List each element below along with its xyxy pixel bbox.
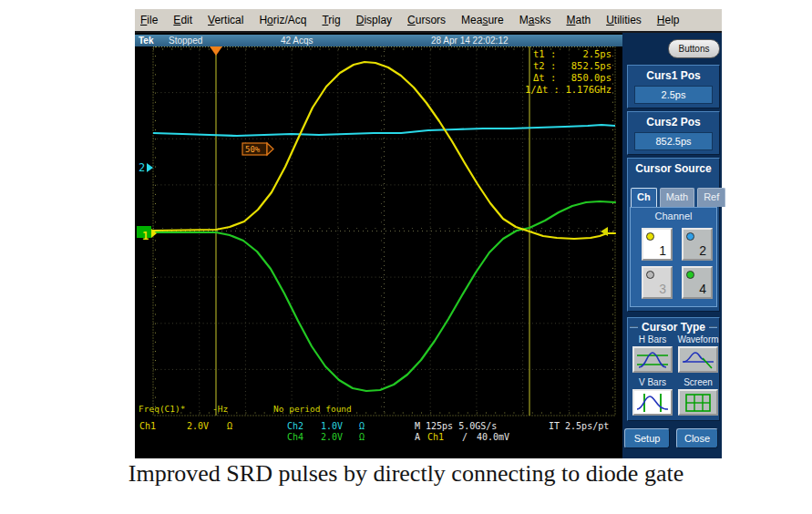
trigger-source: Ch1	[427, 432, 444, 442]
cursor-type-title: Cursor Type	[628, 318, 719, 334]
curs1-pos-section: Curs1 Pos 2.5ps	[627, 65, 720, 108]
tab-ch[interactable]: Ch	[631, 188, 657, 207]
document-page: File Edit Vertical Horiz/Acq Trig Displa…	[0, 0, 812, 514]
curs1-pos-value[interactable]: 2.5ps	[634, 86, 713, 104]
menu-trig[interactable]: Trig	[322, 14, 340, 26]
menu-vertical[interactable]: Vertical	[208, 14, 243, 26]
curs2-pos-title: Curs2 Pos	[628, 112, 719, 128]
cursor-source-tabs: Ch Math Ref	[631, 188, 725, 207]
sampling-readout: IT 2.5ps/pt	[549, 421, 609, 431]
datetime: 28 Apr 14 22:02:12	[431, 35, 509, 46]
channel-readouts: Ch1 2.0V Ω Ch2 1.0V Ω M 125ps 5.0GS/s IT…	[135, 419, 622, 452]
buttons-button[interactable]: Buttons	[668, 39, 720, 58]
waveform-button[interactable]	[678, 346, 718, 373]
screen-icon	[681, 393, 715, 413]
menu-file[interactable]: File	[140, 14, 158, 26]
menu-utilities[interactable]: Utilities	[606, 14, 642, 26]
channel-1-color-dot	[646, 232, 654, 241]
svg-text:2.5ps: 2.5ps	[582, 48, 612, 59]
channel-3-color-dot	[646, 271, 654, 279]
trigger-slope-icon: /	[462, 432, 468, 442]
curs2-pos-value[interactable]: 852.5ps	[634, 132, 713, 150]
svg-text:1/Δt :: 1/Δt :	[525, 84, 560, 95]
trigger-level: 40.0mV	[477, 432, 509, 442]
channel-4-color-dot	[686, 271, 694, 279]
svg-text:t2 :: t2 :	[533, 60, 556, 71]
channel-1-button[interactable]: 1	[642, 228, 673, 261]
scope-display: 50% 2 1 t1 : 2.5ps t2 : 852.5ps Δt : 850…	[135, 46, 622, 419]
svg-text:-Hz: -Hz	[212, 404, 228, 414]
v-bars-label: V Bars	[631, 377, 674, 388]
cursor-source-section: Cursor Source Ch Math Ref Channel 1	[627, 158, 720, 312]
menu-cursors[interactable]: Cursors	[407, 14, 446, 26]
waveform-icon	[681, 350, 715, 370]
acquisition-state: Stopped	[169, 35, 202, 46]
waveform-label: Waveform	[676, 334, 720, 345]
svg-text:Δt :: Δt :	[533, 72, 556, 83]
ch4-coupling: Ω	[359, 432, 365, 442]
curs2-pos-section: Curs2 Pos 852.5ps	[627, 111, 720, 155]
oscilloscope-screenshot: File Edit Vertical Horiz/Acq Trig Displa…	[135, 9, 722, 458]
channel-select-box: Channel 1 2 3	[630, 207, 717, 307]
v-bars-button[interactable]	[632, 389, 673, 416]
svg-text:2: 2	[139, 161, 145, 174]
screen-label: Screen	[676, 377, 720, 388]
svg-text:t1 :: t1 :	[533, 48, 556, 59]
trigger-prefix: A	[415, 432, 420, 442]
menu-help[interactable]: Help	[657, 14, 680, 26]
svg-text:1.176GHz: 1.176GHz	[565, 84, 612, 95]
tek-logo: Tek	[139, 35, 154, 46]
channel-2-color-dot	[686, 232, 694, 241]
svg-text:852.5ps: 852.5ps	[571, 60, 612, 71]
menu-math[interactable]: Math	[566, 14, 591, 26]
ch2-coupling: Ω	[359, 421, 365, 431]
svg-text:50%: 50%	[245, 145, 261, 154]
timebase-readout: M 125ps 5.0GS/s	[415, 421, 497, 431]
channel-2-button[interactable]: 2	[682, 228, 713, 261]
h-bars-button[interactable]	[632, 346, 673, 373]
status-bar: Tek Stopped 42 Acqs 28 Apr 14 22:02:12	[135, 35, 622, 46]
ch4-label: Ch4	[287, 432, 303, 442]
menu-horiz-acq[interactable]: Horiz/Acq	[259, 14, 306, 26]
ch2-scale: 1.0V	[321, 421, 343, 431]
menu-display[interactable]: Display	[356, 14, 392, 26]
ch4-scale: 2.0V	[321, 432, 343, 442]
ch1-coupling: Ω	[227, 421, 232, 431]
cursor-type-section: Cursor Type H Bars Waveform	[627, 317, 720, 421]
tab-ref[interactable]: Ref	[697, 188, 725, 207]
cursor-source-title: Cursor Source	[628, 159, 719, 175]
ch1-scale: 2.0V	[187, 421, 209, 431]
close-button[interactable]: Close	[676, 428, 718, 448]
trigger-level-flag: 50%	[242, 143, 273, 155]
menu-edit[interactable]: Edit	[173, 14, 192, 26]
h-bars-label: H Bars	[631, 334, 674, 345]
figure-caption: Improved SRD pulses by directly connecti…	[0, 460, 812, 488]
h-bars-icon	[635, 350, 670, 370]
v-bars-icon	[635, 393, 670, 413]
channel-label: Channel	[631, 208, 716, 221]
acquisition-count: 42 Acqs	[281, 35, 313, 46]
menu-measure[interactable]: Measure	[461, 14, 504, 26]
menu-masks[interactable]: Masks	[519, 14, 551, 26]
menu-bar: File Edit Vertical Horiz/Acq Trig Displa…	[135, 9, 722, 33]
tab-math[interactable]: Math	[660, 188, 694, 207]
ch1-label: Ch1	[139, 421, 156, 431]
control-panel: Buttons Curs1 Pos 2.5ps Curs2 Pos 852.5p…	[622, 33, 722, 458]
channel-3-button[interactable]: 3	[642, 266, 673, 299]
svg-text:1: 1	[142, 230, 149, 242]
screen-button[interactable]	[678, 389, 718, 416]
svg-text:Freq(C1)*: Freq(C1)*	[139, 404, 185, 414]
setup-button[interactable]: Setup	[624, 428, 670, 448]
curs1-pos-title: Curs1 Pos	[628, 66, 719, 82]
svg-text:850.0ps: 850.0ps	[571, 72, 612, 83]
ch2-label: Ch2	[287, 421, 303, 431]
svg-text:No period found: No period found	[273, 404, 352, 414]
channel-4-button[interactable]: 4	[682, 266, 713, 299]
